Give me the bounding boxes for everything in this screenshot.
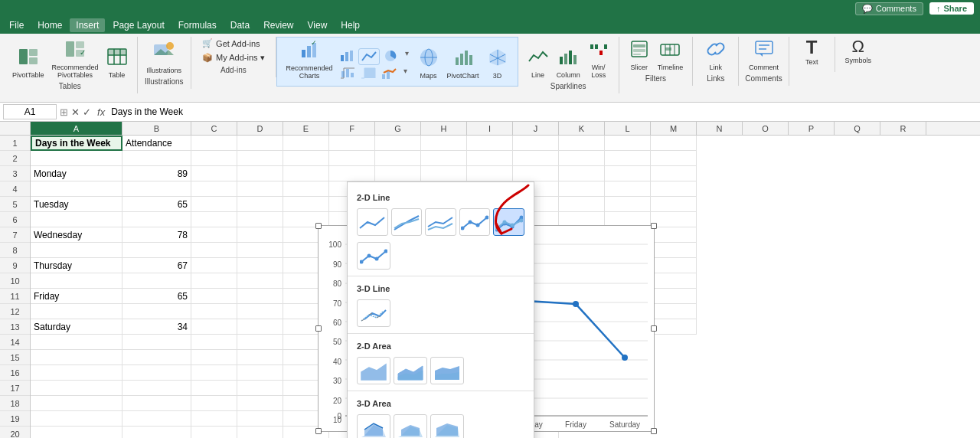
pivotchart-button[interactable]: PivotChart: [444, 45, 482, 81]
cell-M1[interactable]: [651, 136, 697, 151]
row-header-17[interactable]: 17: [0, 381, 30, 396]
cell-K4[interactable]: [559, 181, 605, 197]
link-button[interactable]: Link: [702, 37, 730, 73]
chart-handle-tr[interactable]: [651, 223, 657, 229]
col-header-M[interactable]: M: [651, 122, 697, 135]
cell-B18[interactable]: [122, 396, 191, 411]
cell-B8[interactable]: [122, 243, 191, 258]
cell-L3[interactable]: [605, 166, 651, 181]
combo-chart-button[interactable]: [379, 66, 399, 81]
col-header-L[interactable]: L: [605, 122, 651, 135]
cell-A9[interactable]: Thursday: [31, 258, 122, 273]
cell-B3[interactable]: 89: [122, 166, 191, 181]
menu-formulas[interactable]: Formulas: [172, 18, 223, 32]
cell-A3[interactable]: Monday: [31, 166, 122, 181]
col-header-H[interactable]: H: [421, 122, 467, 135]
cell-D17[interactable]: [237, 381, 283, 396]
cell-M12[interactable]: [651, 304, 697, 319]
col-header-G[interactable]: G: [375, 122, 421, 135]
slicer-button[interactable]: Slicer: [626, 37, 653, 73]
menu-insert[interactable]: Insert: [70, 18, 105, 32]
cell-K5[interactable]: [559, 197, 605, 212]
cell-C16[interactable]: [191, 365, 237, 381]
cell-F1[interactable]: [329, 136, 375, 151]
line-3d-1-button[interactable]: [357, 299, 390, 327]
cell-D8[interactable]: [237, 243, 283, 258]
cell-B15[interactable]: [122, 350, 191, 365]
chart-handle-ml[interactable]: [315, 325, 322, 332]
cell-M4[interactable]: [651, 181, 697, 197]
winloss-sparkline-button[interactable]: Win/Loss: [585, 37, 612, 80]
row-header-12[interactable]: 12: [0, 304, 30, 319]
cell-I3[interactable]: [467, 166, 513, 181]
cell-A13[interactable]: Saturday: [31, 319, 122, 335]
cell-B9[interactable]: 67: [122, 258, 191, 273]
cell-B14[interactable]: [122, 335, 191, 350]
bar-chart-button[interactable]: [338, 48, 358, 65]
cell-A20[interactable]: [31, 427, 122, 438]
area-3d-2-button[interactable]: [394, 414, 427, 438]
cell-L5[interactable]: [605, 197, 651, 212]
cell-J3[interactable]: [513, 166, 559, 181]
cell-K2[interactable]: [559, 151, 605, 166]
col-header-B[interactable]: B: [122, 122, 191, 135]
cell-I1[interactable]: [467, 136, 513, 151]
cell-D3[interactable]: [237, 166, 283, 181]
cell-M6[interactable]: [651, 212, 697, 227]
my-addins-button[interactable]: 📦 My Add-ins ▾: [198, 51, 269, 64]
cancel-icon[interactable]: ✕: [71, 106, 80, 118]
cell-H3[interactable]: [421, 166, 467, 181]
column-sparkline-button[interactable]: Column: [554, 44, 583, 80]
cell-A14[interactable]: [31, 335, 122, 350]
illustrations-button[interactable]: Illustrations: [144, 37, 185, 76]
col-header-Q[interactable]: Q: [835, 122, 880, 135]
cell-B20[interactable]: [122, 427, 191, 438]
cell-A11[interactable]: Friday: [31, 289, 122, 304]
cell-C3[interactable]: [191, 166, 237, 181]
cell-E3[interactable]: [283, 166, 329, 181]
cell-C9[interactable]: [191, 258, 237, 273]
col-header-K[interactable]: K: [559, 122, 605, 135]
cell-B19[interactable]: [122, 411, 191, 427]
menu-data[interactable]: Data: [224, 18, 256, 32]
cell-A17[interactable]: [31, 381, 122, 396]
pivot-table-button[interactable]: PivotTable: [9, 44, 47, 80]
row-header-14[interactable]: 14: [0, 335, 30, 350]
col-header-O[interactable]: O: [743, 122, 789, 135]
cell-D4[interactable]: [237, 181, 283, 197]
comment-button[interactable]: Comment: [746, 37, 782, 73]
area-2d-1-button[interactable]: [357, 357, 390, 384]
cell-G2[interactable]: [375, 151, 421, 166]
cell-D12[interactable]: [237, 304, 283, 319]
menu-help[interactable]: Help: [335, 18, 366, 32]
cell-G1[interactable]: [375, 136, 421, 151]
row-header-8[interactable]: 8: [0, 243, 30, 258]
row-header-15[interactable]: 15: [0, 350, 30, 365]
cell-B5[interactable]: 65: [122, 197, 191, 212]
timeline-button[interactable]: Timeline: [655, 37, 687, 73]
area-2d-3-button[interactable]: [430, 357, 464, 384]
row-header-2[interactable]: 2: [0, 151, 30, 166]
line-2d-1-button[interactable]: [357, 208, 388, 236]
cell-A19[interactable]: [31, 411, 122, 427]
menu-view[interactable]: View: [302, 18, 334, 32]
col-header-C[interactable]: C: [191, 122, 237, 135]
cell-B1[interactable]: Attendance: [122, 136, 191, 151]
cell-D15[interactable]: [237, 350, 283, 365]
recommended-charts-button[interactable]: ✓ RecommendedCharts: [283, 38, 336, 81]
cell-D2[interactable]: [237, 151, 283, 166]
line-chart-dropdown-button[interactable]: [358, 48, 380, 65]
cell-D1[interactable]: [237, 136, 283, 151]
col-header-E[interactable]: E: [283, 122, 329, 135]
get-addins-button[interactable]: 🛒 Get Add-ins: [198, 37, 264, 50]
cell-C14[interactable]: [191, 335, 237, 350]
cell-M5[interactable]: [651, 197, 697, 212]
cell-reference-box[interactable]: [3, 104, 57, 119]
col-header-P[interactable]: P: [789, 122, 835, 135]
cell-M10[interactable]: [651, 273, 697, 289]
row-header-4[interactable]: 4: [0, 181, 30, 197]
row-header-19[interactable]: 19: [0, 411, 30, 427]
col-header-J[interactable]: J: [513, 122, 559, 135]
cell-K3[interactable]: [559, 166, 605, 181]
cell-D18[interactable]: [237, 396, 283, 411]
